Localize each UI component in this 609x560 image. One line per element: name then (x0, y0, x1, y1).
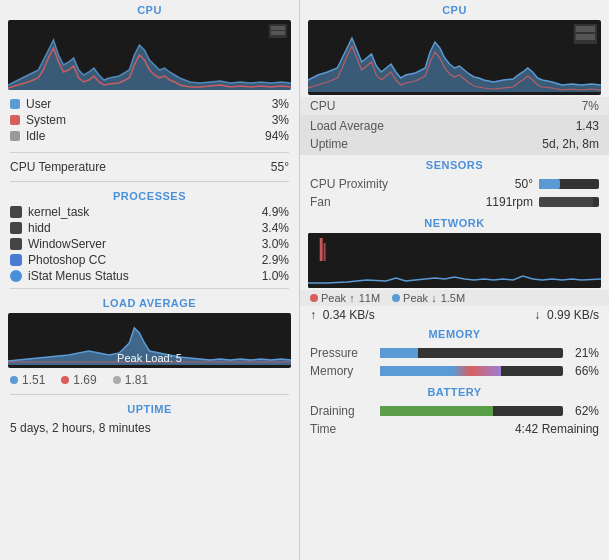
svg-rect-14 (324, 243, 326, 261)
divider-2 (10, 181, 289, 182)
idle-color-dot (10, 131, 20, 141)
process-value-4: 1.0% (262, 269, 289, 283)
load-avg-label: Load Average (310, 119, 384, 133)
right-cpu-title: CPU (300, 0, 609, 18)
net-peak-up-value: 11M (359, 292, 380, 304)
process-row-4: iStat Menus Status 1.0% (0, 268, 299, 284)
process-row-1: hidd 3.4% (0, 220, 299, 236)
process-name-4: iStat Menus Status (28, 269, 262, 283)
left-cpu-title: CPU (0, 0, 299, 18)
system-value: 3% (272, 113, 289, 127)
pressure-value: 21% (569, 346, 599, 360)
memory-label: Memory (310, 364, 380, 378)
pressure-label: Pressure (310, 346, 380, 360)
draining-bar (380, 406, 563, 416)
net-peak-up-item: Peak ↑ (310, 292, 355, 304)
process-row-2: WindowServer 3.0% (0, 236, 299, 252)
process-icon-1 (10, 222, 22, 234)
net-peak-up-label: Peak ↑ (321, 292, 355, 304)
pressure-bar-fill (380, 348, 418, 358)
user-value: 3% (272, 97, 289, 111)
process-name-2: WindowServer (28, 237, 262, 251)
load-val-2: 1.69 (61, 373, 96, 387)
process-name-3: Photoshop CC (28, 253, 262, 267)
battery-title: BATTERY (300, 382, 609, 400)
process-value-2: 3.0% (262, 237, 289, 251)
divider-3 (10, 288, 289, 289)
left-panel: CPU User 3% System 3% Idle 9 (0, 0, 300, 560)
load-avg-title: LOAD AVERAGE (0, 293, 299, 311)
right-cpu-chart (308, 20, 601, 95)
process-row-3: Photoshop CC 2.9% (0, 252, 299, 268)
net-peak-down-label: Peak ↓ (403, 292, 437, 304)
load-values: 1.51 1.69 1.81 (0, 370, 299, 390)
fan-bar (539, 197, 599, 207)
load-dot-2 (61, 376, 69, 384)
load-val-3: 1.81 (113, 373, 148, 387)
load-dot-3 (113, 376, 121, 384)
user-color-dot (10, 99, 20, 109)
memory-row: Memory 66% (310, 362, 599, 380)
uptime-text: 5 days, 2 hours, 8 minutes (0, 417, 299, 439)
battery-block: Draining 62% Time 4:42 Remaining (300, 400, 609, 440)
process-row-0: kernel_task 4.9% (0, 204, 299, 220)
uptime-row: Uptime 5d, 2h, 8m (300, 135, 609, 153)
net-up-dot (310, 294, 318, 302)
draining-value: 62% (569, 404, 599, 418)
pressure-row: Pressure 21% (310, 344, 599, 362)
temp-row: CPU Temperature 55° (0, 157, 299, 177)
network-legend: Peak ↑ 11M Peak ↓ 1.5M (300, 290, 609, 306)
divider-4 (10, 394, 289, 395)
cpu-prox-bar (539, 179, 599, 189)
network-chart (308, 233, 601, 288)
memory-value: 66% (569, 364, 599, 378)
uptime-label: Uptime (310, 137, 348, 151)
network-title: NETWORK (300, 213, 609, 231)
idle-value: 94% (265, 129, 289, 143)
svg-rect-2 (271, 26, 285, 30)
draining-label: Draining (310, 404, 380, 418)
svg-rect-8 (576, 26, 596, 32)
memory-bar-fill (380, 366, 501, 376)
memory-bar (380, 366, 563, 376)
process-value-1: 3.4% (262, 221, 289, 235)
memory-block: Pressure 21% Memory 66% (300, 342, 609, 382)
network-speeds: ↑ 0.34 KB/s ↓ 0.99 KB/s (300, 306, 609, 324)
system-color-dot (10, 115, 20, 125)
load-val-2-text: 1.69 (73, 373, 96, 387)
net-peak-down-item: Peak ↓ (392, 292, 437, 304)
svg-rect-3 (271, 31, 285, 35)
process-name-1: hidd (28, 221, 262, 235)
svg-rect-11 (308, 233, 601, 261)
temp-label: CPU Temperature (10, 160, 106, 174)
idle-stat-row: Idle 94% (10, 128, 289, 144)
processes-list: kernel_task 4.9% hidd 3.4% WindowServer … (0, 204, 299, 284)
user-label: User (26, 97, 272, 111)
net-down-dot (392, 294, 400, 302)
svg-rect-12 (308, 261, 601, 288)
process-value-3: 2.9% (262, 253, 289, 267)
pressure-bar (380, 348, 563, 358)
process-icon-3 (10, 254, 22, 266)
load-val-1: 1.51 (10, 373, 45, 387)
net-up-speed: ↑ 0.34 KB/s (310, 308, 375, 322)
cpu-label: CPU (310, 99, 335, 113)
cpu-prox-value: 50° (515, 177, 533, 191)
memory-title: MEMORY (300, 324, 609, 342)
load-avg-row: Load Average 1.43 (300, 117, 609, 135)
uptime-title: UPTIME (0, 399, 299, 417)
cpu-prox-bar-fill (539, 179, 560, 189)
load-val-3-text: 1.81 (125, 373, 148, 387)
process-value-0: 4.9% (262, 205, 289, 219)
fan-bar-fill (539, 197, 593, 207)
load-avg-chart: Peak Load: 5 (8, 313, 291, 368)
idle-label: Idle (26, 129, 265, 143)
time-label: Time (310, 422, 336, 436)
fan-label: Fan (310, 195, 486, 209)
cpu-value: 7% (582, 99, 599, 113)
svg-rect-13 (320, 238, 323, 261)
cpu-prox-label: CPU Proximity (310, 177, 515, 191)
system-stat-row: System 3% (10, 112, 289, 128)
load-val-1-text: 1.51 (22, 373, 45, 387)
system-label: System (26, 113, 272, 127)
